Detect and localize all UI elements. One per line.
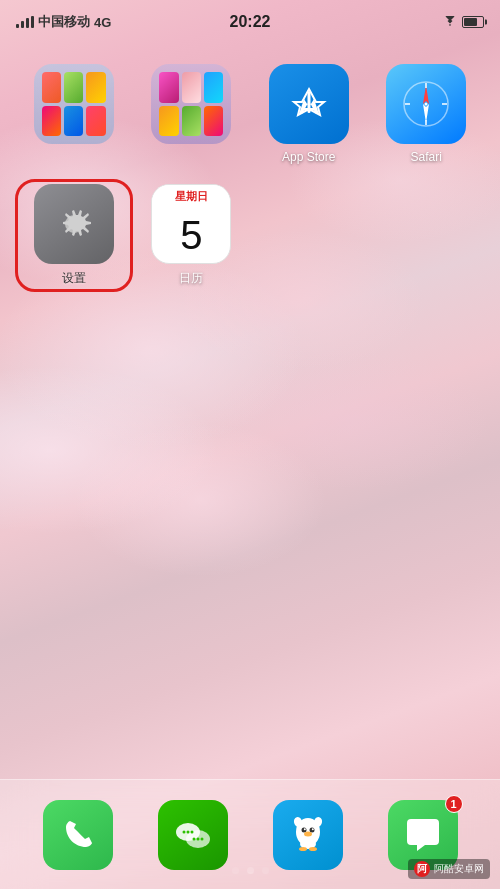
app-item-folder2[interactable] — [138, 64, 246, 164]
svg-point-19 — [200, 837, 203, 840]
svg-point-18 — [196, 837, 199, 840]
battery-icon — [462, 16, 484, 28]
wechat-icon[interactable] — [158, 800, 228, 870]
wifi-icon — [442, 16, 458, 28]
status-bar: 中国移动 4G 20:22 — [0, 0, 500, 44]
app-item-folder1[interactable] — [20, 64, 128, 164]
folder2-icon[interactable] — [151, 64, 231, 144]
svg-point-24 — [303, 828, 305, 830]
gear-svg — [47, 197, 101, 251]
calendar-label: 日历 — [179, 270, 203, 287]
dock-app-phone[interactable] — [43, 800, 113, 870]
status-time: 20:22 — [230, 13, 271, 31]
svg-rect-1 — [307, 91, 310, 113]
svg-point-29 — [299, 847, 307, 851]
svg-point-30 — [309, 847, 317, 851]
app-item-settings[interactable]: 设置 — [20, 184, 128, 287]
compass-svg — [399, 77, 453, 131]
settings-label: 设置 — [62, 270, 86, 287]
svg-point-22 — [301, 827, 306, 832]
calendar-weekday: 星期日 — [152, 185, 230, 206]
appstore-symbol — [284, 79, 334, 129]
qq-symbol — [283, 810, 333, 860]
appstore-label: App Store — [282, 150, 335, 164]
wechat-symbol — [168, 810, 218, 860]
messages-symbol — [401, 813, 445, 857]
app-item-appstore[interactable]: App Store — [255, 64, 363, 164]
folder1-icon[interactable] — [34, 64, 114, 144]
appstore-icon[interactable] — [269, 64, 349, 144]
svg-point-3 — [425, 103, 428, 106]
messages-badge: 1 — [445, 795, 463, 813]
svg-point-16 — [190, 830, 193, 833]
phone-symbol — [56, 813, 100, 857]
phone-icon[interactable] — [43, 800, 113, 870]
status-carrier: 中国移动 4G — [16, 13, 111, 31]
carrier-name: 中国移动 — [38, 13, 90, 31]
dock-app-qq[interactable] — [273, 800, 343, 870]
app-grid: App Store Safari — [0, 44, 500, 307]
watermark-text: 阿 阿酷安卓网 — [414, 861, 484, 877]
app-item-calendar[interactable]: 星期日 5 日历 — [138, 184, 246, 287]
status-icons — [442, 16, 484, 28]
signal-icon — [16, 16, 34, 28]
home-screen: App Store Safari — [0, 44, 500, 769]
calendar-icon[interactable]: 星期日 5 — [151, 184, 231, 264]
settings-icon[interactable] — [34, 184, 114, 264]
qq-icon[interactable] — [273, 800, 343, 870]
svg-point-25 — [311, 828, 313, 830]
app-item-safari[interactable]: Safari — [373, 64, 481, 164]
svg-point-26 — [304, 831, 312, 836]
dock-app-wechat[interactable] — [158, 800, 228, 870]
watermark: 阿 阿酷安卓网 — [408, 859, 490, 879]
svg-point-23 — [309, 827, 314, 832]
network-type: 4G — [94, 15, 111, 30]
svg-point-17 — [192, 837, 195, 840]
calendar-day: 5 — [180, 206, 202, 263]
svg-point-14 — [182, 830, 185, 833]
safari-label: Safari — [411, 150, 442, 164]
safari-icon[interactable] — [386, 64, 466, 144]
svg-point-15 — [186, 830, 189, 833]
